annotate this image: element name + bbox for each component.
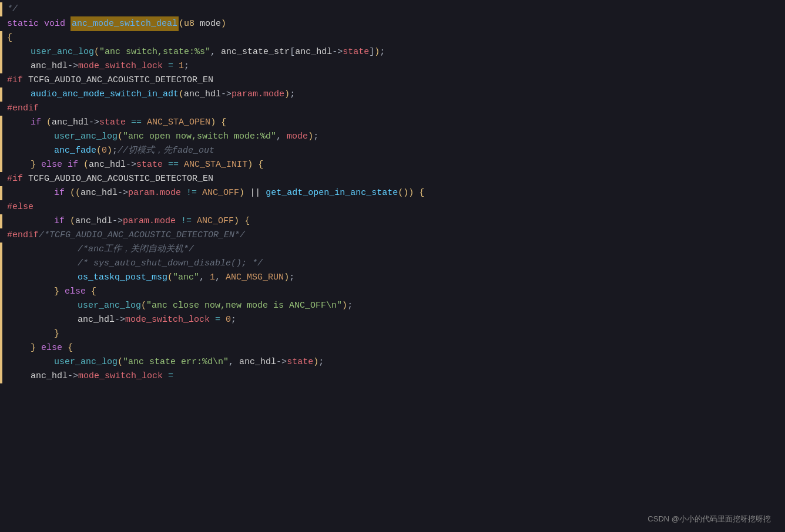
line-comment-close: */: [0, 2, 785, 16]
line-comment-anc-work: /*anc工作，关闭自动关机*/: [0, 243, 785, 257]
line-endif-1: #endif: [0, 102, 785, 116]
line-if-param-mode-2: if (anc_hdl->param.mode != ANC_OFF) {: [0, 214, 785, 228]
line-anc-fade: anc_fade(0);//切模式，先fade_out: [0, 144, 785, 158]
watermark: CSDN @小小的代码里面挖呀挖呀挖: [648, 513, 771, 525]
line-open-brace: {: [0, 31, 785, 45]
line-bottom-partial: anc_hdl->mode_switch_lock =: [0, 369, 785, 383]
line-else-state: } else {: [0, 341, 785, 355]
line-preprocessor-if-1: #if TCFG_AUDIO_ANC_ACOUSTIC_DETECTOR_EN: [0, 73, 785, 87]
line-user-anc-log-1: user_anc_log("anc switch,state:%s", anc_…: [0, 45, 785, 59]
line-comment-sys-auto: /* sys_auto_shut_down_disable(); */: [0, 257, 785, 271]
line-mode-switch-lock-0: anc_hdl->mode_switch_lock = 0;: [0, 313, 785, 327]
line-user-anc-log-2: user_anc_log("anc open now,switch mode:%…: [0, 130, 785, 144]
line-audio-anc: audio_anc_mode_switch_in_adt(anc_hdl->pa…: [0, 87, 785, 102]
line-if-state-open: if (anc_hdl->state == ANC_STA_OPEN) {: [0, 116, 785, 130]
line-preprocessor-if-2: #if TCFG_AUDIO_ANC_ACOUSTIC_DETECTOR_EN: [0, 172, 785, 186]
line-user-anc-log-close: user_anc_log("anc close now,new mode is …: [0, 299, 785, 313]
line-else-if-init: } else if (anc_hdl->state == ANC_STA_INI…: [0, 158, 785, 172]
line-else-preprocessor: #else: [0, 200, 785, 214]
line-else-close: } else {: [0, 285, 785, 299]
code-editor: */ static void anc_mode_switch_deal(u8 m…: [0, 0, 785, 532]
line-endif-comment: #endif/*TCFG_AUDIO_ANC_ACOUSTIC_DETECTOR…: [0, 228, 785, 243]
line-os-taskq: os_taskq_post_msg("anc", 1, ANC_MSG_RUN)…: [0, 271, 785, 285]
line-user-anc-log-err: user_anc_log("anc state err:%d\n", anc_h…: [0, 355, 785, 369]
line-if-param-mode-1: if ((anc_hdl->param.mode != ANC_OFF) || …: [0, 186, 785, 200]
line-mode-switch-lock-1: anc_hdl->mode_switch_lock = 1;: [0, 59, 785, 73]
line-close-brace-inner: }: [0, 327, 785, 341]
line-function-signature: static void anc_mode_switch_deal(u8 mode…: [0, 16, 785, 31]
